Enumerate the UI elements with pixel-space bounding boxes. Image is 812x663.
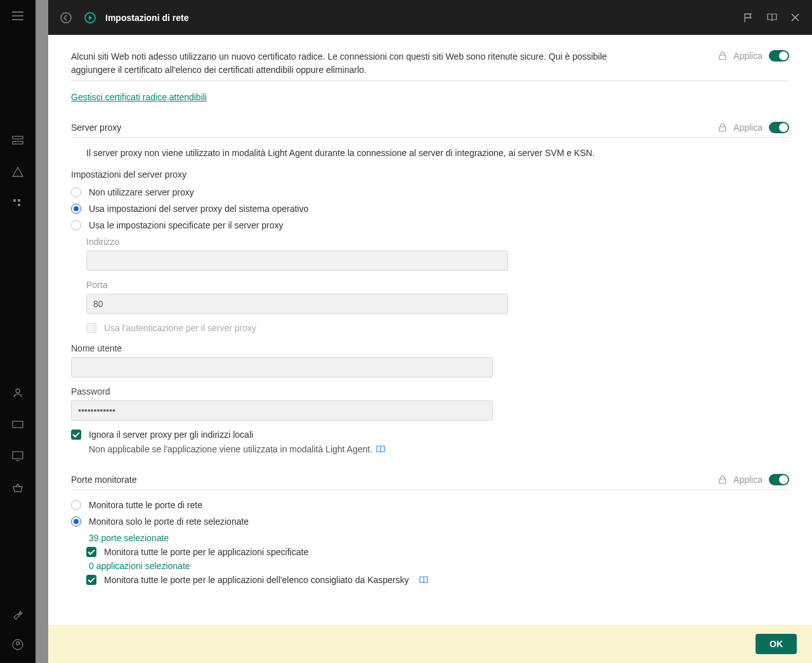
- apps-count-link[interactable]: 0 applicazioni selezionate: [89, 561, 789, 571]
- rail-user-icon[interactable]: [12, 387, 23, 398]
- port-label: Porta: [86, 280, 789, 290]
- check-label: Ignora il server proxy per gli indirizzi…: [89, 430, 253, 440]
- proxy-note: Il server proxy non viene utilizzato in …: [86, 148, 789, 158]
- radio-icon: [71, 220, 81, 230]
- modal-footer: OK: [48, 625, 812, 663]
- proxy-apply-control: Applica: [718, 122, 789, 133]
- help-book-icon[interactable]: [419, 575, 428, 584]
- radio-icon: [71, 516, 81, 527]
- pass-label: Password: [71, 386, 789, 397]
- svg-rect-2: [13, 199, 16, 202]
- ok-button[interactable]: OK: [756, 634, 797, 654]
- addr-input[interactable]: [86, 251, 508, 271]
- lock-icon: [718, 51, 727, 60]
- cert-apply-toggle[interactable]: [769, 50, 789, 62]
- checkbox-icon: [86, 575, 96, 585]
- rail-icon-1[interactable]: [12, 135, 23, 146]
- radio-label: Usa impostazioni del server proxy del si…: [89, 204, 308, 214]
- user-input[interactable]: [71, 357, 493, 377]
- proxy-opt-none[interactable]: Non utilizzare server proxy: [71, 187, 789, 197]
- user-label: Nome utente: [71, 343, 789, 353]
- svg-point-10: [61, 13, 71, 23]
- manage-certs-link[interactable]: Gestisci certificati radice attendibili: [71, 92, 207, 102]
- rail-account-icon[interactable]: [12, 639, 23, 650]
- addr-label: Indirizzo: [86, 237, 789, 247]
- ports-apps-check[interactable]: Monitora tutte le porte per le applicazi…: [86, 547, 789, 557]
- rail-card-icon[interactable]: [12, 419, 23, 430]
- svg-rect-6: [13, 421, 23, 428]
- modal-header: Impostazioni di rete: [48, 0, 812, 35]
- ports-apply-label: Applica: [733, 475, 763, 485]
- radio-label: Non utilizzare server proxy: [89, 187, 194, 197]
- cert-description: Alcuni siti Web noti adesso utilizzano u…: [71, 50, 629, 77]
- radio-label: Usa le impostazioni specificate per il s…: [89, 220, 284, 230]
- svg-point-9: [16, 642, 20, 645]
- book-icon[interactable]: [766, 12, 777, 23]
- helper-text: Non applicabile se l'applicazione viene …: [89, 444, 372, 454]
- svg-rect-1: [13, 141, 23, 144]
- left-rail: [0, 0, 36, 663]
- svg-rect-3: [18, 199, 20, 202]
- bypass-helper: Non applicabile se l'applicazione viene …: [89, 444, 385, 454]
- ports-opt-all[interactable]: Monitora tutte le porte di rete: [71, 500, 789, 510]
- rail-tree-icon[interactable]: [12, 198, 23, 209]
- ports-count-link[interactable]: 39 porte selezionate: [89, 533, 789, 543]
- proxy-title: Server proxy: [71, 122, 121, 133]
- radio-label: Monitora tutte le porte di rete: [89, 500, 202, 510]
- app-logo-icon: [84, 11, 96, 24]
- svg-rect-14: [719, 479, 726, 483]
- rail-alert-icon[interactable]: [12, 166, 23, 178]
- radio-icon: [71, 500, 81, 510]
- cert-section: Alcuni siti Web noti adesso utilizzano u…: [71, 50, 789, 103]
- lock-icon: [718, 123, 727, 132]
- lock-icon: [718, 475, 727, 484]
- help-book-icon[interactable]: [376, 445, 385, 454]
- modal-title: Impostazioni di rete: [105, 13, 188, 23]
- proxy-section: Server proxy Applica Il server proxy non…: [71, 122, 789, 455]
- ports-opt-selected[interactable]: Monitora solo le porte di rete seleziona…: [71, 516, 789, 527]
- proxy-opt-os[interactable]: Usa impostazioni del server proxy del si…: [71, 204, 789, 214]
- overlay-shade: [36, 0, 48, 663]
- hamburger-icon[interactable]: [12, 11, 23, 20]
- modal-body: Alcuni siti Web noti adesso utilizzano u…: [48, 35, 812, 625]
- ports-kasp-check[interactable]: Monitora tutte le porte per le applicazi…: [86, 575, 789, 585]
- pass-input[interactable]: [71, 400, 493, 421]
- ports-apply-toggle[interactable]: [769, 474, 789, 485]
- svg-rect-4: [18, 204, 20, 206]
- cert-apply-control: Applica: [718, 50, 789, 62]
- svg-rect-7: [13, 452, 23, 459]
- rail-monitor-icon[interactable]: [12, 450, 23, 462]
- close-icon[interactable]: [790, 12, 801, 23]
- checkbox-icon: [86, 547, 96, 557]
- check-label: Monitora tutte le porte per le applicazi…: [104, 547, 308, 557]
- proxy-opt-manual[interactable]: Usa le impostazioni specificate per il s…: [71, 220, 789, 230]
- bypass-local-check[interactable]: Ignora il server proxy per gli indirizzi…: [71, 430, 789, 440]
- back-icon[interactable]: [60, 11, 72, 24]
- proxy-auth-check[interactable]: Usa l'autenticazione per il server proxy: [86, 323, 789, 333]
- flag-icon[interactable]: [743, 12, 754, 23]
- proxy-settings-label: Impostazioni del server proxy: [71, 169, 789, 180]
- port-input[interactable]: [86, 294, 508, 314]
- rail-wrench-icon[interactable]: [12, 610, 23, 621]
- ports-apply-control: Applica: [718, 474, 789, 485]
- ports-title: Porte monitorate: [71, 475, 137, 485]
- svg-point-5: [16, 389, 20, 393]
- proxy-apply-toggle[interactable]: [769, 122, 789, 133]
- ports-section: Porte monitorate Applica Monitora tutte …: [71, 474, 789, 585]
- svg-rect-13: [719, 127, 726, 131]
- svg-rect-0: [13, 136, 23, 139]
- proxy-apply-label: Applica: [733, 122, 763, 133]
- check-label: Monitora tutte le porte per le applicazi…: [104, 575, 409, 585]
- radio-icon: [71, 187, 81, 197]
- settings-modal: Impostazioni di rete Alcuni siti Web not…: [48, 0, 812, 663]
- radio-label: Monitora solo le porte di rete seleziona…: [89, 516, 249, 527]
- rail-basket-icon[interactable]: [12, 482, 23, 494]
- radio-icon: [71, 204, 81, 214]
- cert-apply-label: Applica: [733, 51, 763, 61]
- checkbox-icon: [86, 323, 96, 333]
- check-label: Usa l'autenticazione per il server proxy: [104, 323, 256, 333]
- svg-rect-12: [719, 55, 726, 60]
- checkbox-icon: [71, 430, 81, 440]
